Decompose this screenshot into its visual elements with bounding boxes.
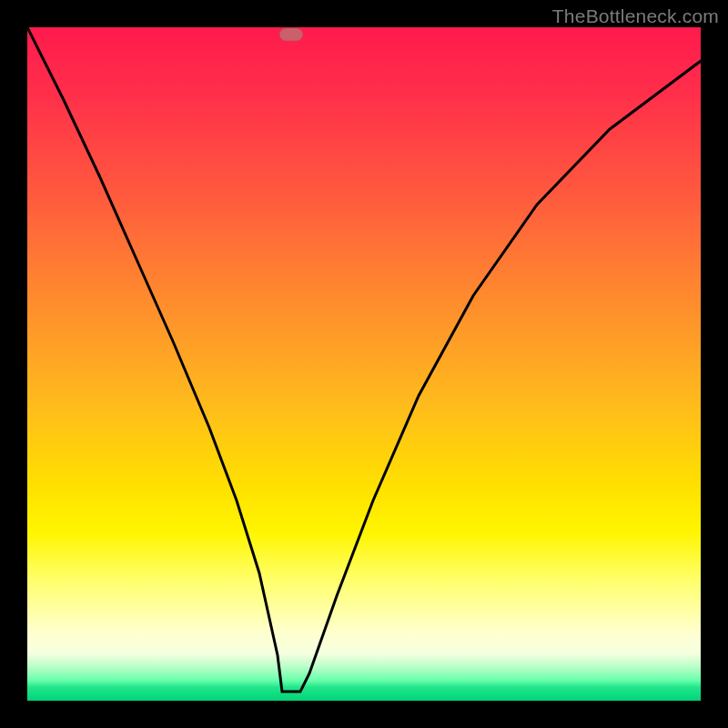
outer-frame: TheBottleneck.com bbox=[0, 0, 728, 728]
watermark-text: TheBottleneck.com bbox=[552, 5, 719, 27]
plot-area bbox=[27, 27, 701, 701]
optimal-marker bbox=[279, 28, 303, 41]
bottleneck-curve bbox=[27, 27, 701, 692]
curve-svg bbox=[27, 27, 701, 701]
